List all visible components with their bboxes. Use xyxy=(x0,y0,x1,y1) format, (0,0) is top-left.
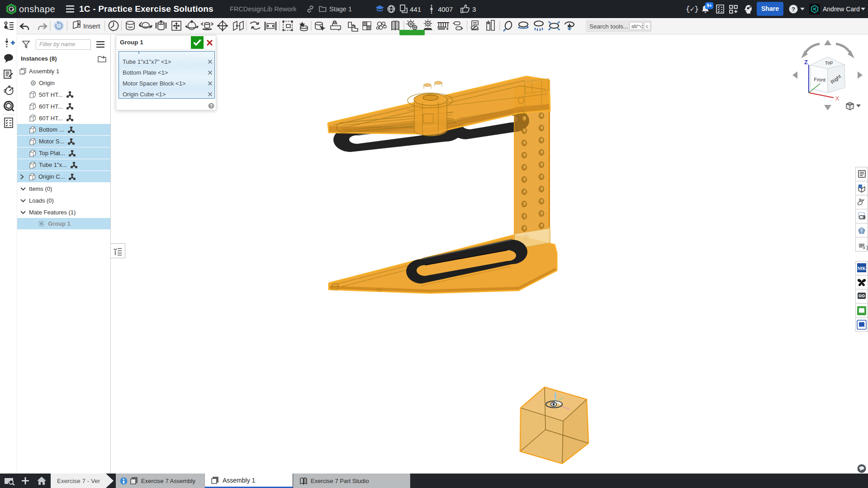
svg-text:X: X xyxy=(835,95,840,102)
svg-text:?: ? xyxy=(792,6,795,13)
svg-text:c: c xyxy=(646,24,648,29)
svg-text:Search tools...: Search tools... xyxy=(589,23,628,30)
svg-text:?: ? xyxy=(210,104,213,109)
svg-text:alt/⌥: alt/⌥ xyxy=(631,24,643,29)
svg-text:Front: Front xyxy=(814,76,825,82)
svg-text:Insert: Insert xyxy=(83,22,100,30)
svg-text:x): x) xyxy=(863,245,868,251)
svg-text:MK: MK xyxy=(858,265,866,271)
svg-text:Z: Z xyxy=(804,59,808,66)
